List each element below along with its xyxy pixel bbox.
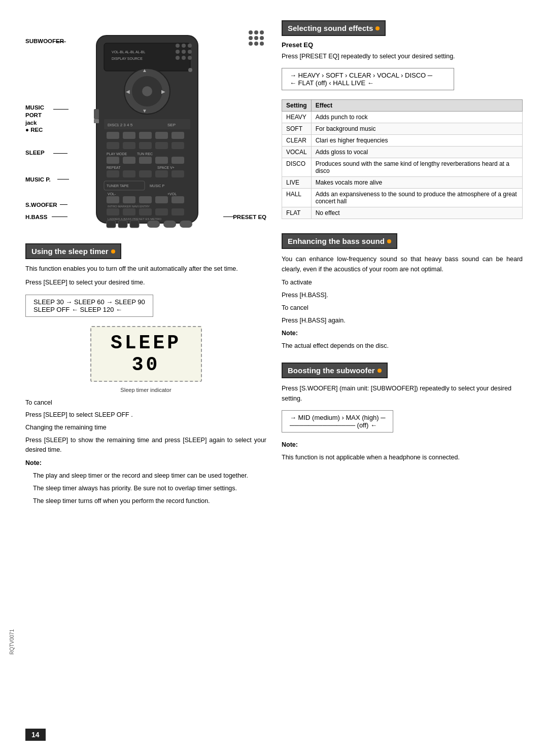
music-p-label: MUSIC P. xyxy=(25,176,51,183)
table-row: SOFTFor background music xyxy=(282,123,523,135)
boosting-section: Boosting the subwoofer Press [S.WOOFER] … xyxy=(282,363,523,465)
svg-text:DISPLAY SOURCE: DISPLAY SOURCE xyxy=(112,57,143,60)
table-cell-setting: SOFT xyxy=(282,123,312,135)
svg-rect-37 xyxy=(123,157,135,164)
table-row: HEAVYAdds punch to rock xyxy=(282,112,523,123)
svg-text:▶: ▶ xyxy=(161,89,165,94)
svg-text:MUSIC P: MUSIC P xyxy=(150,184,165,188)
table-cell-setting: VOCAL xyxy=(282,147,312,158)
to-cancel-label: To cancel xyxy=(25,398,266,408)
svg-text:INTRO MARKER NAVI  ENTRY: INTRO MARKER NAVI ENTRY xyxy=(108,205,150,208)
preset-eq-instruction: Press [PRESET EQ] repeatedly to select y… xyxy=(282,51,523,61)
svg-rect-70 xyxy=(180,221,192,228)
svg-rect-25 xyxy=(123,132,135,139)
music-port-line xyxy=(53,109,68,110)
note-label: Note: xyxy=(25,458,266,468)
table-row: FLATNo effect xyxy=(282,207,523,219)
table-header-effect: Effect xyxy=(311,100,522,112)
svg-point-4 xyxy=(176,44,180,48)
table-cell-setting: HEAVY xyxy=(282,112,312,123)
svg-rect-39 xyxy=(155,157,168,164)
svg-rect-68 xyxy=(147,221,160,228)
svg-text:PLAY MODE: PLAY MODE xyxy=(107,152,127,156)
eq-flow-line2: ← FLAT (off) ‹ HALL LIVE ← xyxy=(290,79,446,87)
sleep-label: SLEEP xyxy=(25,150,45,156)
sleep-flow-line1: SLEEP 30 → SLEEP 60 → SLEEP 90 xyxy=(33,298,145,306)
rec-label: ● REC xyxy=(25,127,43,133)
svg-rect-53 xyxy=(107,196,119,203)
rqtv-label: RQTV0071 xyxy=(9,629,15,655)
svg-text:VOL-BL AL-BL AL-BL: VOL-BL AL-BL AL-BL xyxy=(112,50,146,54)
preset-eq-title: Preset EQ xyxy=(282,41,523,49)
enhancing-header-bullet xyxy=(387,239,391,243)
boosting-header: Boosting the subwoofer xyxy=(282,363,388,378)
svg-rect-38 xyxy=(139,157,152,164)
svg-rect-24 xyxy=(107,132,119,139)
enhancing-to-cancel-label: To cancel xyxy=(282,303,523,313)
svg-rect-44 xyxy=(123,170,135,177)
svg-rect-59 xyxy=(107,208,119,215)
svg-rect-55 xyxy=(139,196,152,203)
h-bass-label: H.BASS xyxy=(25,214,47,220)
sleep-section-header: Using the sleep timer xyxy=(25,243,121,259)
svg-text:◀: ◀ xyxy=(126,89,130,94)
changing-text: Press [SLEEP] to show the remaining time… xyxy=(25,436,266,455)
s-woofer-line xyxy=(60,204,67,205)
svg-text:SPACE  V+: SPACE V+ xyxy=(157,166,175,169)
svg-rect-33 xyxy=(172,142,184,149)
music-port-label: MUSICPORTjack xyxy=(25,104,44,127)
svg-rect-30 xyxy=(123,142,135,149)
boosting-note-text: This function is not applicable when a h… xyxy=(282,452,523,462)
left-column: SUBWOOFER VOL-BL AL-BL AL-BL DISPLAY SOU… xyxy=(25,20,266,736)
sleep-indicator-label: Sleep timer indicator xyxy=(25,387,266,393)
svg-point-11 xyxy=(182,56,186,60)
svg-text:▼: ▼ xyxy=(142,108,147,114)
svg-text:TUN    REC: TUN REC xyxy=(137,152,153,156)
eq-flow-diagram: → HEAVY › SOFT › CLEAR › VOCAL › DISCO ─… xyxy=(282,68,454,90)
preset-eq-table: Setting Effect HEAVYAdds punch to rockSO… xyxy=(282,99,523,219)
svg-rect-66 xyxy=(118,221,127,228)
boosting-intro: Press [S.WOOFER] (main unit: [SUBWOOFER]… xyxy=(282,383,523,404)
svg-rect-69 xyxy=(163,221,176,228)
svg-point-15 xyxy=(142,86,152,96)
svg-rect-73 xyxy=(94,119,99,123)
svg-rect-63 xyxy=(172,208,184,215)
svg-text:+VOL: +VOL xyxy=(167,192,177,196)
svg-point-9 xyxy=(188,50,192,54)
table-cell-effect: For background music xyxy=(311,123,522,135)
svg-rect-26 xyxy=(139,132,152,139)
selecting-header-bullet xyxy=(375,26,380,30)
svg-text:TUNER   TAPE: TUNER TAPE xyxy=(107,184,129,188)
svg-point-12 xyxy=(188,56,192,60)
svg-text:SEP: SEP xyxy=(167,123,176,127)
svg-rect-62 xyxy=(155,208,168,215)
enhancing-section: Enhancing the bass sound You can enhance… xyxy=(282,233,523,353)
table-row: CLEARClari es higher frequencies xyxy=(282,135,523,147)
svg-text:LADDER  A.BASS PRESET ES METRO: LADDER A.BASS PRESET ES METRO xyxy=(108,218,161,221)
sleep-line xyxy=(53,153,67,154)
svg-point-10 xyxy=(176,56,180,60)
table-cell-effect: Adds gloss to vocal xyxy=(311,147,522,158)
svg-text:DISC: DISC xyxy=(108,123,117,127)
svg-point-71 xyxy=(188,68,192,72)
sub-flow-line2: ────────────── (off) ← xyxy=(290,421,385,429)
svg-text:▲: ▲ xyxy=(142,67,147,73)
svg-rect-56 xyxy=(155,196,168,203)
table-row: DISCOProduces sound with the same kind o… xyxy=(282,158,523,177)
svg-text:REPEAT: REPEAT xyxy=(107,166,121,169)
selecting-section: Selecting sound effects Preset EQ Press … xyxy=(282,20,523,224)
svg-rect-43 xyxy=(107,170,119,177)
eq-flow-line1: → HEAVY › SOFT › CLEAR › VOCAL › DISCO ─ xyxy=(290,71,446,79)
svg-text:VOL-: VOL- xyxy=(108,192,116,196)
svg-rect-60 xyxy=(123,208,135,215)
svg-rect-32 xyxy=(155,142,168,149)
sleep-press-instruction: Press [SLEEP] to select your desired tim… xyxy=(25,278,266,287)
page-number: 14 xyxy=(25,729,46,741)
table-cell-effect: Makes vocals more alive xyxy=(311,177,522,189)
to-activate-text: Press [H.BASS]. xyxy=(282,290,523,300)
svg-rect-31 xyxy=(139,142,152,149)
table-row: VOCALAdds gloss to vocal xyxy=(282,147,523,158)
changing-label: Changing the remaining time xyxy=(25,423,266,433)
svg-rect-57 xyxy=(172,196,184,203)
svg-rect-72 xyxy=(94,109,99,119)
